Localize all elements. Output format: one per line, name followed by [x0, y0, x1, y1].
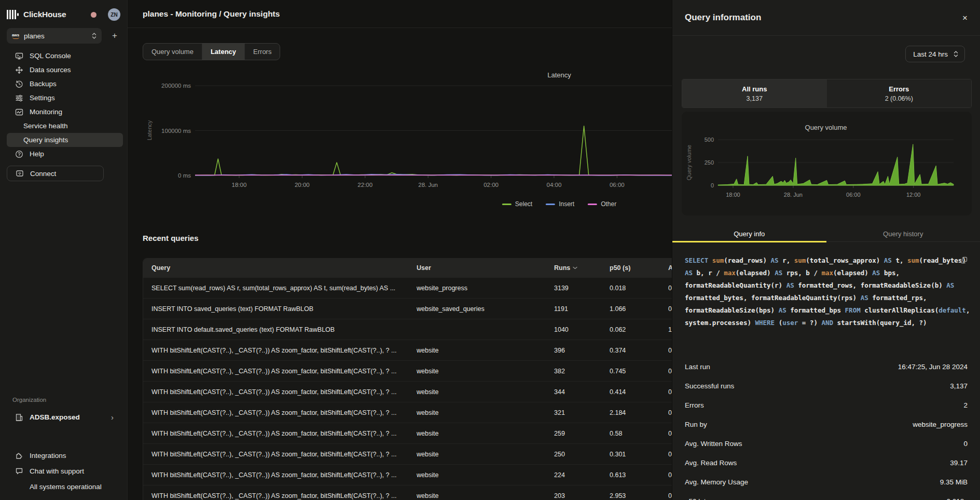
- legend-swatch: [546, 204, 555, 205]
- cell-p50: 2.184: [610, 409, 668, 416]
- svg-text:500: 500: [705, 137, 714, 143]
- sidebar-item-backups[interactable]: Backups: [7, 77, 123, 91]
- tab-query-volume[interactable]: Query volume: [143, 44, 202, 60]
- cell-query: WITH bitShiftLeft(CAST(?..), _CAST(?..))…: [143, 388, 417, 396]
- building-icon: [15, 413, 23, 422]
- query-information-panel: Query information × Last 24 hrs All runs…: [672, 0, 980, 500]
- avatar[interactable]: ZN: [108, 8, 120, 21]
- logo-wordmark[interactable]: ClickHouse: [23, 10, 66, 19]
- connect-button[interactable]: Connect: [7, 166, 104, 181]
- stat-label: Avg. Memory Usage: [685, 478, 748, 486]
- svg-text:04:00: 04:00: [547, 182, 562, 188]
- cell-p50: 0.374: [610, 347, 668, 354]
- stat-value: 2: [963, 401, 968, 409]
- sql-text: SELECT sum(read_rows) AS r, sum(total_ro…: [685, 254, 973, 329]
- close-icon[interactable]: ×: [962, 13, 968, 22]
- data-sources-icon: [15, 66, 23, 74]
- stat-label: Last run: [685, 363, 710, 371]
- svg-text:250: 250: [705, 159, 714, 166]
- sidebar-item-query-insights[interactable]: Query insights: [7, 133, 123, 147]
- summary-tab-value: 3,137: [747, 95, 763, 102]
- cell-runs: 250: [554, 451, 610, 458]
- legend-item-insert[interactable]: Insert: [546, 200, 574, 208]
- stat-value: 9.35 MiB: [940, 478, 968, 486]
- cell-user: website: [417, 430, 554, 437]
- cell-user: website_saved_queries: [417, 305, 554, 313]
- svg-text:18:00: 18:00: [232, 182, 247, 188]
- cell-query: WITH bitShiftLeft(CAST(?..), _CAST(?..))…: [143, 347, 417, 354]
- tab-query-history[interactable]: Query history: [826, 226, 980, 241]
- query-stats-list: Last run16:47:25, Jun 28 2024Successful …: [685, 357, 968, 500]
- copy-icon[interactable]: [960, 256, 968, 264]
- stat-label: Run by: [685, 421, 707, 428]
- cell-runs: 382: [554, 368, 610, 375]
- cell-user: website: [417, 471, 554, 479]
- organization-item[interactable]: ADSB.exposed ›: [7, 410, 123, 424]
- tab-query-info[interactable]: Query info: [672, 226, 826, 241]
- stat-label: Avg. Written Rows: [685, 440, 742, 448]
- sidebar-item-monitoring[interactable]: Monitoring: [7, 105, 123, 119]
- sidebar-item-label: Help: [30, 150, 44, 158]
- cell-runs: 321: [554, 409, 610, 416]
- stat-label: p50 latency: [685, 497, 721, 500]
- svg-text:0 ms: 0 ms: [178, 172, 191, 179]
- cell-query: WITH bitShiftLeft(CAST(?..), _CAST(?..))…: [143, 471, 417, 479]
- cell-p50: 0.018: [610, 285, 668, 292]
- cell-runs: 224: [554, 471, 610, 479]
- sidebar-item-label: Monitoring: [30, 108, 62, 116]
- column-header-user[interactable]: User: [417, 264, 554, 272]
- chat-icon: [15, 467, 23, 475]
- cell-p50: 0.745: [610, 368, 668, 375]
- sidebar-item-settings[interactable]: Settings: [7, 91, 123, 105]
- sidebar-footer: IntegrationsChat with supportAll systems…: [0, 448, 127, 494]
- svg-text:0: 0: [711, 182, 714, 188]
- sidebar-footer-all-systems-operational[interactable]: All systems operational: [7, 479, 123, 494]
- stat-row-avg-written-rows: Avg. Written Rows0: [685, 434, 968, 453]
- svg-text:28. Jun: 28. Jun: [784, 192, 803, 198]
- sidebar-footer-integrations[interactable]: Integrations: [7, 448, 123, 463]
- query-volume-card: 025050018:0028. Jun06:0012:00Query volum…: [682, 112, 972, 215]
- column-header-p50-s[interactable]: p50 (s): [610, 264, 668, 272]
- cell-runs: 1040: [554, 326, 610, 333]
- svg-text:Latency: Latency: [547, 71, 571, 79]
- sidebar-item-sql-console[interactable]: SQL Console: [7, 49, 123, 63]
- page-title: planes - Monitoring / Query insights: [143, 0, 280, 28]
- chart-legend: SelectInsertOther: [502, 200, 616, 208]
- sidebar-item-label: Backups: [30, 80, 57, 88]
- clickhouse-logo-icon[interactable]: [7, 9, 19, 20]
- help-icon: [15, 150, 23, 158]
- panel-header: Query information ×: [672, 0, 980, 36]
- svg-text:06:00: 06:00: [846, 192, 861, 198]
- service-selector[interactable]: aws planes: [7, 28, 102, 44]
- sidebar-item-help[interactable]: Help: [7, 147, 123, 161]
- legend-label: Insert: [559, 200, 574, 208]
- summary-tab-errors[interactable]: Errors2 (0.06%): [827, 79, 972, 107]
- legend-item-other[interactable]: Other: [588, 200, 616, 208]
- terminal-icon: [15, 52, 23, 60]
- cell-p50: 0.062: [610, 326, 668, 333]
- sidebar: ClickHouse ZN aws planes + SQL ConsoleDa…: [0, 0, 128, 500]
- svg-text:28. Jun: 28. Jun: [418, 182, 438, 188]
- sidebar-item-data-sources[interactable]: Data sources: [7, 63, 123, 77]
- time-range-select[interactable]: Last 24 hrs: [905, 46, 965, 62]
- summary-tab-all-runs[interactable]: All runs3,137: [682, 79, 827, 107]
- chevron-updown-icon: [92, 32, 96, 39]
- tab-latency[interactable]: Latency: [202, 44, 245, 60]
- add-service-button[interactable]: +: [109, 31, 120, 41]
- backups-icon: [15, 80, 23, 88]
- sidebar-footer-chat-with-support[interactable]: Chat with support: [7, 463, 123, 479]
- status-dot-icon: [15, 482, 23, 491]
- svg-text:06:00: 06:00: [610, 182, 625, 188]
- column-header-query[interactable]: Query: [143, 264, 417, 272]
- cell-query: WITH bitShiftLeft(CAST(?..), _CAST(?..))…: [143, 492, 417, 499]
- cell-user: website: [417, 388, 554, 396]
- cell-runs: 396: [554, 347, 610, 354]
- sort-descending-icon: [573, 266, 577, 269]
- notification-dot-icon[interactable]: [91, 12, 96, 18]
- cell-p50: 0.301: [610, 451, 668, 458]
- tab-errors[interactable]: Errors: [245, 44, 280, 60]
- column-header-runs[interactable]: Runs: [554, 264, 610, 272]
- sidebar-item-service-health[interactable]: Service health: [7, 119, 123, 133]
- legend-item-select[interactable]: Select: [502, 200, 532, 208]
- cell-runs: 3139: [554, 285, 610, 292]
